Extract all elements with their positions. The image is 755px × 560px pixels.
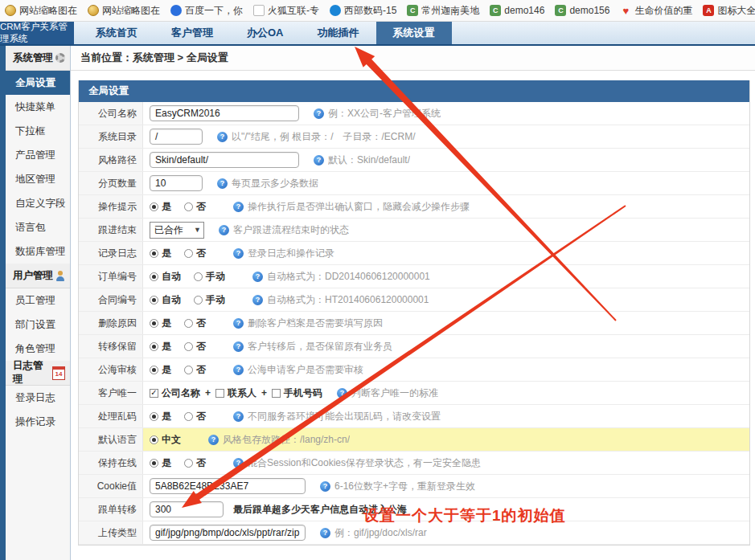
help-icon: ? <box>314 108 324 119</box>
radio-option[interactable]: 否 <box>184 456 206 470</box>
radio-option[interactable]: 是 <box>150 247 171 260</box>
sidebar-item[interactable]: 部门设置 <box>6 313 70 337</box>
row-label: 分页数量 <box>79 172 143 194</box>
sidebar-item[interactable]: 产品管理 <box>6 143 70 167</box>
radio-label: 否 <box>196 317 206 330</box>
checkbox-option[interactable]: 公司名称 <box>150 386 200 400</box>
bookmark-item[interactable]: ♥生命价值的重 <box>620 4 692 18</box>
radio-option[interactable]: 是 <box>150 410 171 423</box>
radio-icon <box>150 342 158 351</box>
sidebar-item[interactable]: 角色管理 <box>6 337 70 361</box>
text-input[interactable]: Skin/default/ <box>150 152 299 168</box>
checkbox-option[interactable]: 手机号码 <box>272 386 322 400</box>
help-icon: ? <box>233 341 244 352</box>
sidebar-item[interactable]: 自定义字段 <box>6 191 70 215</box>
row-label: 处理乱码 <box>79 405 143 427</box>
hint: ?以"/"结尾，例 根目录：/ 子目录：/ECRM/ <box>217 130 416 144</box>
bookmark-item[interactable]: 网站缩略图在 <box>5 4 77 18</box>
nav-tab[interactable]: 客户管理 <box>154 22 230 44</box>
bookmark-item[interactable]: 百度一下，你 <box>170 4 243 18</box>
sidebar-item[interactable]: 下拉框 <box>6 119 70 143</box>
sidebar-item[interactable]: 快捷菜单 <box>6 95 70 119</box>
text-input[interactable]: EasyCRM2016 <box>150 105 299 121</box>
navbar: CRM客户关系管理系统 系统首页客户管理办公OA功能插件系统设置 <box>0 22 755 46</box>
calendar-icon: 14 <box>52 366 65 380</box>
radio-option[interactable]: 是 <box>150 340 171 354</box>
sidebar-item[interactable]: 登录日志 <box>6 386 70 410</box>
text-input[interactable]: 5A8B62E48BE33AE7 <box>150 478 306 494</box>
bookmarks-bar: 网站缩略图在网站缩略图在百度一下，你火狐互联-专西部数码-15C常州迦南美地Cd… <box>0 0 755 22</box>
radio-option[interactable]: 中文 <box>150 433 181 447</box>
radio-option[interactable]: 自动 <box>150 270 181 284</box>
bookmark-item[interactable]: 西部数码-15 <box>330 4 396 18</box>
text-input[interactable]: / <box>150 129 203 145</box>
form-row: 跟进结束已合作▼?客户跟进流程结束时的状态 <box>79 219 749 242</box>
nav-tab[interactable]: 系统设置 <box>376 22 452 44</box>
row-label: 公司名称 <box>79 102 143 125</box>
radio-option[interactable]: 否 <box>184 363 206 377</box>
radio-label: 中文 <box>162 433 181 447</box>
sidebar-item[interactable]: 操作记录 <box>6 410 70 434</box>
gold-seal-icon <box>5 5 16 16</box>
sidebar-item[interactable]: 地区管理 <box>6 167 70 191</box>
text-input[interactable]: 300 <box>150 501 224 517</box>
row-content: 5A8B62E48BE33AE7?6-16位数字+字母，重新登录生效 <box>143 475 749 497</box>
radio-option[interactable]: 否 <box>184 340 206 354</box>
radio-label: 手动 <box>206 293 225 307</box>
baidu-icon <box>170 5 182 16</box>
radio-icon <box>184 319 193 328</box>
radio-option[interactable]: 是 <box>150 363 171 377</box>
nav-tab[interactable]: 功能插件 <box>301 22 376 44</box>
help-icon: ? <box>219 225 229 235</box>
radio-option[interactable]: 手动 <box>194 293 225 307</box>
form-row: 保持在线是否?混合Session和Cookies保存登录状态，有一定安全隐患 <box>79 452 749 475</box>
select-box[interactable]: 已合作▼ <box>150 222 204 239</box>
hint: ?例：XX公司-客户管理系统 <box>314 107 441 121</box>
text-input[interactable]: gif/jpg/png/bmp/doc/xls/ppt/rar/zip <box>150 525 306 541</box>
bookmark-item[interactable]: C常州迦南美地 <box>407 4 479 18</box>
radio-option[interactable]: 否 <box>184 410 206 423</box>
radio-label: 是 <box>162 200 171 214</box>
help-icon: ? <box>217 178 228 189</box>
form-row: 系统目录/?以"/"结尾，例 根目录：/ 子目录：/ECRM/ <box>79 125 749 149</box>
row-content: 自动手动?自动格式为：HT20140606120000001 <box>143 288 749 311</box>
radio-option[interactable]: 否 <box>184 247 206 260</box>
radio-option[interactable]: 否 <box>184 200 206 214</box>
hint: ?自动格式为：DD20140606120000001 <box>252 270 430 284</box>
radio-option[interactable]: 否 <box>184 317 206 330</box>
sidebar-item[interactable]: 员工管理 <box>6 288 70 313</box>
checkbox-option[interactable]: 联系人 <box>215 386 256 400</box>
radio-option[interactable]: 自动 <box>150 293 181 307</box>
site-c-icon: C <box>490 5 501 16</box>
bookmark-item[interactable]: Cdemo146 <box>490 5 544 16</box>
bookmark-label: 西部数码-15 <box>344 4 396 18</box>
sidebar-item[interactable]: 数据库管理 <box>6 239 70 264</box>
sidebar-item[interactable]: 语言包 <box>6 215 70 239</box>
bookmark-item[interactable]: 网站缩略图在 <box>88 4 160 18</box>
nav-tab[interactable]: 系统首页 <box>79 22 154 44</box>
radio-option[interactable]: 手动 <box>194 270 225 284</box>
user-icon <box>55 271 65 281</box>
radio-option[interactable]: 是 <box>150 200 171 214</box>
hint-text: 自动格式为：HT20140606120000001 <box>267 293 429 307</box>
text-input[interactable]: 10 <box>150 175 203 191</box>
bookmark-item[interactable]: Cdemo156 <box>555 5 609 16</box>
hint: ?例：gif/jpg/doc/xls/rar <box>320 526 427 540</box>
select-value: 已合作 <box>154 223 183 237</box>
hint: ?删除客户档案是否需要填写原因 <box>233 317 383 330</box>
radio-option[interactable]: 是 <box>150 456 171 470</box>
bookmark-label: 火狐互联-专 <box>268 4 319 18</box>
nav-tab[interactable]: 办公OA <box>230 22 301 44</box>
sidebar-item[interactable]: 全局设置 <box>6 71 70 95</box>
hint: ?登录日志和操作记录 <box>233 247 334 260</box>
row-content: 中文?风格包存放路径：/lang/zh-cn/ <box>143 428 749 451</box>
radio-icon <box>150 435 158 444</box>
radio-option[interactable]: 是 <box>150 317 171 330</box>
bookmark-item[interactable]: A图标大全-图 <box>703 4 755 18</box>
help-icon: ? <box>233 458 244 468</box>
form-row: 操作提示是否?操作执行后是否弹出确认窗口，隐藏会减少操作步骤 <box>79 195 749 219</box>
help-icon: ? <box>320 528 330 538</box>
form-row: 订单编号自动手动?自动格式为：DD20140606120000001 <box>79 265 749 288</box>
hint-text: 删除客户档案是否需要填写原因 <box>248 317 383 330</box>
bookmark-item[interactable]: 火狐互联-专 <box>253 4 319 18</box>
